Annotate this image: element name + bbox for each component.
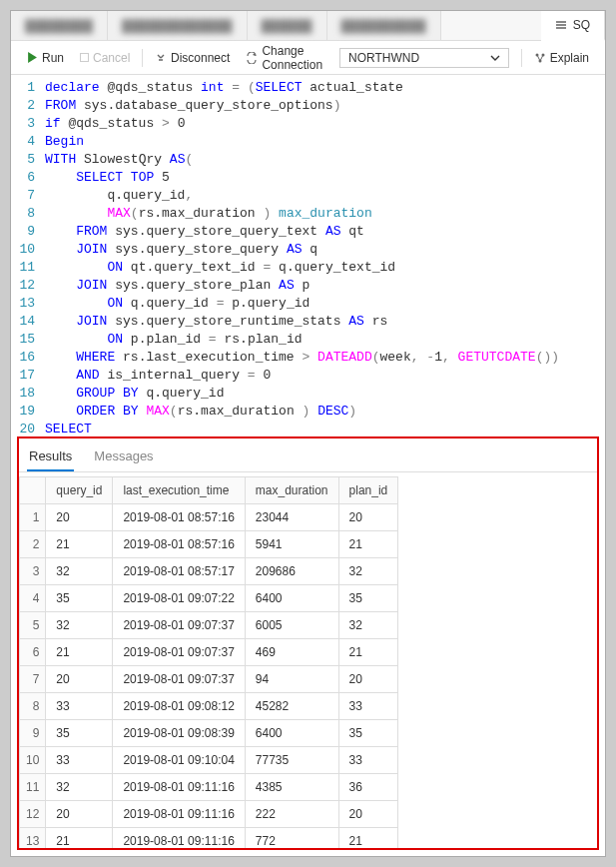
cell[interactable]: 23044 bbox=[245, 504, 338, 531]
cell[interactable]: 2019-08-01 08:57:16 bbox=[113, 504, 245, 531]
table-row[interactable]: 2212019-08-01 08:57:16594121 bbox=[20, 531, 398, 558]
cell[interactable]: 33 bbox=[338, 747, 398, 774]
cell[interactable]: 2019-08-01 09:08:39 bbox=[113, 720, 245, 747]
cell[interactable]: 21 bbox=[46, 828, 113, 851]
cell[interactable]: 20 bbox=[338, 504, 398, 531]
cell[interactable]: 20 bbox=[46, 666, 113, 693]
code-line[interactable]: ON p.plan_id = rs.plan_id bbox=[45, 331, 605, 349]
code-line[interactable]: MAX(rs.max_duration ) max_duration bbox=[45, 205, 605, 223]
cell[interactable]: 32 bbox=[46, 612, 113, 639]
column-header[interactable]: last_execution_time bbox=[113, 477, 245, 504]
cell[interactable]: 2019-08-01 09:11:16 bbox=[113, 828, 245, 851]
table-row[interactable]: 7202019-08-01 09:07:379420 bbox=[20, 666, 398, 693]
cell[interactable]: 32 bbox=[338, 612, 398, 639]
code-line[interactable]: ORDER BY MAX(rs.max_duration ) DESC) bbox=[45, 403, 605, 421]
cell[interactable]: 45282 bbox=[245, 693, 338, 720]
code-area[interactable]: declare @qds_status int = (SELECT actual… bbox=[45, 75, 605, 434]
cell[interactable]: 2019-08-01 09:10:04 bbox=[113, 747, 245, 774]
table-row[interactable]: 3322019-08-01 08:57:1720968632 bbox=[20, 558, 398, 585]
cell[interactable]: 33 bbox=[46, 693, 113, 720]
cell[interactable]: 20 bbox=[338, 801, 398, 828]
cell[interactable]: 2019-08-01 09:07:37 bbox=[113, 666, 245, 693]
cell[interactable]: 20 bbox=[46, 801, 113, 828]
cell[interactable]: 21 bbox=[338, 531, 398, 558]
file-tab-active[interactable]: SQ bbox=[541, 11, 605, 41]
cell[interactable]: 2019-08-01 09:07:22 bbox=[113, 585, 245, 612]
cell[interactable]: 21 bbox=[338, 828, 398, 851]
messages-tab[interactable]: Messages bbox=[92, 442, 155, 471]
cell[interactable]: 469 bbox=[245, 639, 338, 666]
results-tab[interactable]: Results bbox=[27, 442, 74, 471]
code-line[interactable]: AND is_internal_query = 0 bbox=[45, 367, 605, 385]
table-row[interactable]: 9352019-08-01 09:08:39640035 bbox=[20, 720, 398, 747]
cell[interactable]: 77735 bbox=[245, 747, 338, 774]
cell[interactable]: 4385 bbox=[245, 774, 338, 801]
cell[interactable]: 2019-08-01 09:08:12 bbox=[113, 693, 245, 720]
cell[interactable]: 2019-08-01 09:11:16 bbox=[113, 801, 245, 828]
results-grid[interactable]: query_idlast_execution_timemax_durationp… bbox=[19, 476, 398, 850]
cell[interactable]: 6400 bbox=[245, 585, 338, 612]
code-line[interactable]: FROM sys.query_store_query_text AS qt bbox=[45, 223, 605, 241]
change-connection-button[interactable]: Change Connection bbox=[240, 41, 329, 75]
cell[interactable]: 21 bbox=[338, 639, 398, 666]
cell[interactable]: 21 bbox=[46, 531, 113, 558]
cell[interactable]: 36 bbox=[338, 774, 398, 801]
code-line[interactable]: FROM sys.database_query_store_options) bbox=[45, 97, 605, 115]
cell[interactable]: 94 bbox=[245, 666, 338, 693]
cell[interactable]: 2019-08-01 09:07:37 bbox=[113, 639, 245, 666]
cell[interactable]: 35 bbox=[338, 585, 398, 612]
file-tab-2[interactable]: █████████████ bbox=[108, 11, 248, 40]
column-header[interactable]: query_id bbox=[46, 477, 113, 504]
code-line[interactable]: ON qt.query_text_id = q.query_text_id bbox=[45, 259, 605, 277]
run-button[interactable]: Run bbox=[21, 48, 70, 68]
table-row[interactable]: 1202019-08-01 08:57:162304420 bbox=[20, 504, 398, 531]
sql-editor[interactable]: 12345678910111213141516171819202122 decl… bbox=[11, 75, 605, 434]
table-row[interactable]: 8332019-08-01 09:08:124528233 bbox=[20, 693, 398, 720]
cell[interactable]: 2019-08-01 08:57:17 bbox=[113, 558, 245, 585]
cell[interactable]: 5941 bbox=[245, 531, 338, 558]
cell[interactable]: 6005 bbox=[245, 612, 338, 639]
code-line[interactable]: q.query_id, bbox=[45, 187, 605, 205]
table-row[interactable]: 10332019-08-01 09:10:047773533 bbox=[20, 747, 398, 774]
code-line[interactable]: ON q.query_id = p.query_id bbox=[45, 295, 605, 313]
code-line[interactable]: SELECT TOP 5 bbox=[45, 169, 605, 187]
code-line[interactable]: JOIN sys.query_store_plan AS p bbox=[45, 277, 605, 295]
code-line[interactable]: GROUP BY q.query_id bbox=[45, 385, 605, 403]
cell[interactable]: 222 bbox=[245, 801, 338, 828]
cell[interactable]: 35 bbox=[46, 585, 113, 612]
file-tab-3[interactable]: ██████ bbox=[248, 11, 327, 40]
code-line[interactable]: if @qds_status > 0 bbox=[45, 115, 605, 133]
cell[interactable]: 2019-08-01 08:57:16 bbox=[113, 531, 245, 558]
cell[interactable]: 20 bbox=[46, 504, 113, 531]
code-line[interactable]: SELECT bbox=[45, 421, 605, 434]
explain-button[interactable]: Explain bbox=[528, 48, 595, 68]
disconnect-button[interactable]: Disconnect bbox=[149, 48, 236, 68]
file-tab-1[interactable]: ████████ bbox=[11, 11, 108, 40]
code-line[interactable]: JOIN sys.query_store_runtime_stats AS rs bbox=[45, 313, 605, 331]
cell[interactable]: 33 bbox=[46, 747, 113, 774]
file-tab-4[interactable]: ██████████ bbox=[327, 11, 441, 40]
cell[interactable]: 6400 bbox=[245, 720, 338, 747]
cell[interactable]: 209686 bbox=[245, 558, 338, 585]
table-row[interactable]: 4352019-08-01 09:07:22640035 bbox=[20, 585, 398, 612]
cell[interactable]: 32 bbox=[338, 558, 398, 585]
table-row[interactable]: 6212019-08-01 09:07:3746921 bbox=[20, 639, 398, 666]
table-row[interactable]: 13212019-08-01 09:11:1677221 bbox=[20, 828, 398, 851]
column-header[interactable]: plan_id bbox=[338, 477, 398, 504]
cell[interactable]: 772 bbox=[245, 828, 338, 851]
code-line[interactable]: WHERE rs.last_execution_time > DATEADD(w… bbox=[45, 349, 605, 367]
cell[interactable]: 33 bbox=[338, 693, 398, 720]
cell[interactable]: 35 bbox=[46, 720, 113, 747]
cell[interactable]: 35 bbox=[338, 720, 398, 747]
database-selector[interactable]: NORTHWND bbox=[339, 48, 509, 68]
table-row[interactable]: 12202019-08-01 09:11:1622220 bbox=[20, 801, 398, 828]
cell[interactable]: 32 bbox=[46, 774, 113, 801]
cell[interactable]: 2019-08-01 09:07:37 bbox=[113, 612, 245, 639]
column-header[interactable]: max_duration bbox=[245, 477, 338, 504]
table-row[interactable]: 5322019-08-01 09:07:37600532 bbox=[20, 612, 398, 639]
cell[interactable]: 21 bbox=[46, 639, 113, 666]
cell[interactable]: 2019-08-01 09:11:16 bbox=[113, 774, 245, 801]
cell[interactable]: 32 bbox=[46, 558, 113, 585]
table-row[interactable]: 11322019-08-01 09:11:16438536 bbox=[20, 774, 398, 801]
code-line[interactable]: WITH SlowestQry AS( bbox=[45, 151, 605, 169]
